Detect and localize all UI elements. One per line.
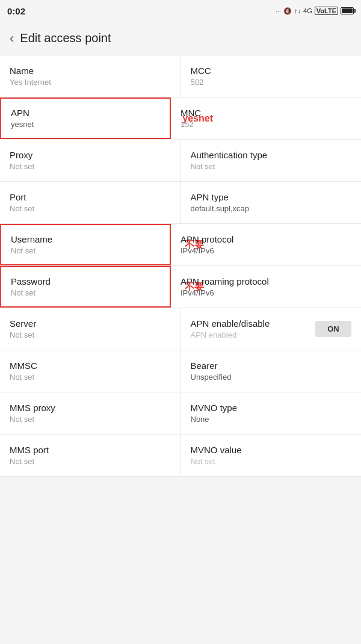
auth-type-label: Authentication type <box>191 150 352 160</box>
table-row: Proxy Not set Authentication type Not se… <box>0 140 361 182</box>
table-row: MMS port Not set MVNO value Not set <box>0 435 361 477</box>
proxy-label: Proxy <box>10 150 171 160</box>
apn-type-value: default,supl,xcap <box>191 204 352 213</box>
auth-type-cell[interactable]: Authentication type Not set <box>181 140 362 181</box>
status-icons: ··· 🔇 ↑↓ 4G VoLTE <box>276 7 354 15</box>
apn-type-label: APN type <box>191 192 352 202</box>
mvno-type-value: None <box>191 415 352 424</box>
name-label: Name <box>10 66 171 76</box>
proxy-cell[interactable]: Proxy Not set <box>0 140 181 181</box>
back-button[interactable]: ‹ <box>10 31 14 46</box>
status-time: 0:02 <box>7 6 25 16</box>
password-cell[interactable]: Password Not set <box>0 266 171 308</box>
name-value: Yes Internet <box>10 78 171 87</box>
apn-roaming-value: IPv4/IPv6 <box>180 288 351 297</box>
mmsc-value: Not set <box>10 373 171 382</box>
proxy-value: Not set <box>10 162 171 171</box>
mnc-label: MNC <box>180 108 351 118</box>
table-row: Password Not set 不要 APN roaming protocol… <box>0 266 361 308</box>
bearer-value: Unspecified <box>191 373 352 382</box>
header: ‹ Edit access point <box>0 22 361 55</box>
mcc-value: 502 <box>191 78 352 87</box>
table-row: Username Not set 不要 APN protocol IPv4/IP… <box>0 224 361 266</box>
mmsc-cell[interactable]: MMSC Not set <box>0 350 181 392</box>
mnc-value: 152 <box>180 120 351 129</box>
table-row: Name Yes Internet MCC 502 <box>0 55 361 98</box>
auth-type-value: Not set <box>191 162 352 171</box>
mvno-type-label: MVNO type <box>191 403 352 413</box>
port-label: Port <box>10 192 171 202</box>
mms-proxy-label: MMS proxy <box>10 403 171 413</box>
apn-roaming-label: APN roaming protocol <box>180 276 351 286</box>
signal-icon: ··· <box>276 7 281 14</box>
apn-enable-toggle[interactable]: ON <box>315 321 351 337</box>
apn-enable-label: APN enable/disable <box>191 318 270 329</box>
table-row: Port Not set APN type default,supl,xcap <box>0 182 361 224</box>
settings-list: Name Yes Internet MCC 502 APN yesnet yes… <box>0 55 361 477</box>
apn-protocol-cell[interactable]: APN protocol IPv4/IPv6 <box>171 224 361 265</box>
mmsc-label: MMSC <box>10 361 171 371</box>
network-icon: 4G <box>303 7 312 14</box>
apn-value: yesnet <box>11 120 160 129</box>
server-label: Server <box>10 318 171 329</box>
username-cell[interactable]: Username Not set <box>0 224 171 265</box>
username-wrapper: Username Not set 不要 <box>0 224 171 265</box>
mms-port-cell[interactable]: MMS port Not set <box>0 435 181 476</box>
apn-cell[interactable]: APN yesnet <box>0 98 171 139</box>
mcc-cell[interactable]: MCC 502 <box>181 55 362 97</box>
username-value: Not set <box>11 246 160 255</box>
table-row: APN yesnet yesnet MNC 152 <box>0 98 361 140</box>
mms-port-label: MMS port <box>10 445 171 455</box>
mvno-value-label: MVNO value <box>191 445 352 455</box>
apn-wrapper: APN yesnet yesnet <box>0 98 171 139</box>
apn-enable-cell[interactable]: APN enable/disable APN enabled ON <box>181 308 362 350</box>
apn-enable-value: APN enabled <box>191 330 270 339</box>
name-cell[interactable]: Name Yes Internet <box>0 55 181 97</box>
port-cell[interactable]: Port Not set <box>0 182 181 223</box>
apn-protocol-value: IPv4/IPv6 <box>180 246 351 255</box>
mute-icon: 🔇 <box>283 7 292 15</box>
signal-bars-icon: ↑↓ <box>294 7 301 14</box>
apn-roaming-cell[interactable]: APN roaming protocol IPv4/IPv6 <box>171 266 361 308</box>
server-value: Not set <box>10 330 171 339</box>
username-label: Username <box>11 234 160 244</box>
password-wrapper: Password Not set 不要 <box>0 266 171 308</box>
mms-proxy-value: Not set <box>10 415 171 424</box>
bearer-label: Bearer <box>191 361 352 371</box>
mms-proxy-cell[interactable]: MMS proxy Not set <box>0 392 181 434</box>
battery-icon <box>341 7 354 14</box>
mvno-type-cell[interactable]: MVNO type None <box>181 392 362 434</box>
volte-badge: VoLTE <box>315 7 338 15</box>
password-label: Password <box>11 276 160 286</box>
mcc-label: MCC <box>191 66 352 76</box>
mms-port-value: Not set <box>10 457 171 466</box>
table-row: MMS proxy Not set MVNO type None <box>0 392 361 435</box>
status-bar: 0:02 ··· 🔇 ↑↓ 4G VoLTE <box>0 0 361 22</box>
mnc-cell[interactable]: MNC 152 <box>171 98 361 139</box>
table-row: Server Not set APN enable/disable APN en… <box>0 308 361 350</box>
server-cell[interactable]: Server Not set <box>0 308 181 350</box>
password-value: Not set <box>11 288 160 297</box>
page-title: Edit access point <box>20 31 111 45</box>
bearer-cell[interactable]: Bearer Unspecified <box>181 350 362 392</box>
mvno-value-value: Not set <box>191 457 352 466</box>
mvno-value-cell[interactable]: MVNO value Not set <box>181 435 362 476</box>
apn-type-cell[interactable]: APN type default,supl,xcap <box>181 182 362 223</box>
apn-label: APN <box>11 108 160 118</box>
apn-protocol-label: APN protocol <box>180 234 351 244</box>
table-row: MMSC Not set Bearer Unspecified <box>0 350 361 392</box>
port-value: Not set <box>10 204 171 213</box>
